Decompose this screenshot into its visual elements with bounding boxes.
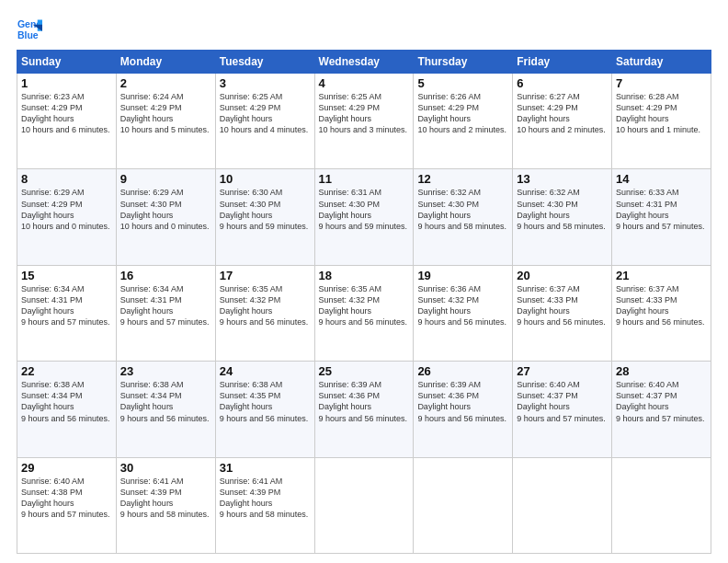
col-thursday: Thursday <box>414 51 513 74</box>
col-sunday: Sunday <box>17 51 117 74</box>
day-cell: 11 Sunrise: 6:31 AM Sunset: 4:30 PM Dayl… <box>314 169 414 265</box>
day-cell: 14 Sunrise: 6:33 AM Sunset: 4:31 PM Dayl… <box>612 169 711 265</box>
day-detail: Sunrise: 6:38 AM Sunset: 4:35 PM Dayligh… <box>220 379 311 424</box>
week-row-5: 29 Sunrise: 6:40 AM Sunset: 4:38 PM Dayl… <box>17 457 711 553</box>
col-monday: Monday <box>116 51 215 74</box>
header-row: Sunday Monday Tuesday Wednesday Thursday… <box>17 51 711 74</box>
day-number: 31 <box>220 461 311 475</box>
day-number: 9 <box>120 172 211 186</box>
day-number: 25 <box>319 364 410 378</box>
day-number: 26 <box>417 364 508 378</box>
day-detail: Sunrise: 6:38 AM Sunset: 4:34 PM Dayligh… <box>21 379 112 424</box>
day-cell: 16 Sunrise: 6:34 AM Sunset: 4:31 PM Dayl… <box>116 265 215 361</box>
day-detail: Sunrise: 6:34 AM Sunset: 4:31 PM Dayligh… <box>21 283 112 328</box>
day-detail: Sunrise: 6:37 AM Sunset: 4:33 PM Dayligh… <box>616 283 707 328</box>
day-number: 18 <box>319 269 410 282</box>
header: General Blue <box>17 17 711 42</box>
day-cell: 25 Sunrise: 6:39 AM Sunset: 4:36 PM Dayl… <box>314 362 414 457</box>
day-detail: Sunrise: 6:32 AM Sunset: 4:30 PM Dayligh… <box>517 187 608 232</box>
day-detail: Sunrise: 6:31 AM Sunset: 4:30 PM Dayligh… <box>319 187 410 232</box>
day-cell: 29 Sunrise: 6:40 AM Sunset: 4:38 PM Dayl… <box>17 457 117 553</box>
day-number: 7 <box>616 76 707 90</box>
day-detail: Sunrise: 6:39 AM Sunset: 4:36 PM Dayligh… <box>417 379 508 424</box>
day-detail: Sunrise: 6:34 AM Sunset: 4:31 PM Dayligh… <box>120 283 211 328</box>
day-number: 6 <box>517 76 608 90</box>
day-number: 4 <box>319 76 410 90</box>
col-friday: Friday <box>513 51 612 74</box>
day-cell: 15 Sunrise: 6:34 AM Sunset: 4:31 PM Dayl… <box>17 265 117 361</box>
day-detail: Sunrise: 6:25 AM Sunset: 4:29 PM Dayligh… <box>220 91 311 136</box>
day-cell: 18 Sunrise: 6:35 AM Sunset: 4:32 PM Dayl… <box>314 265 414 361</box>
day-cell: 5 Sunrise: 6:26 AM Sunset: 4:29 PM Dayli… <box>414 74 513 169</box>
day-number: 29 <box>21 461 112 475</box>
week-row-2: 8 Sunrise: 6:29 AM Sunset: 4:29 PM Dayli… <box>17 169 711 265</box>
day-number: 30 <box>120 461 211 475</box>
day-number: 8 <box>21 172 112 186</box>
day-cell: 24 Sunrise: 6:38 AM Sunset: 4:35 PM Dayl… <box>215 362 314 457</box>
col-saturday: Saturday <box>612 51 711 74</box>
day-cell: 27 Sunrise: 6:40 AM Sunset: 4:37 PM Dayl… <box>513 362 612 457</box>
day-cell <box>612 457 711 553</box>
day-number: 17 <box>220 269 311 282</box>
calendar-table: Sunday Monday Tuesday Wednesday Thursday… <box>17 50 711 554</box>
day-cell: 1 Sunrise: 6:23 AM Sunset: 4:29 PM Dayli… <box>17 74 117 169</box>
week-row-1: 1 Sunrise: 6:23 AM Sunset: 4:29 PM Dayli… <box>17 74 711 169</box>
day-cell: 22 Sunrise: 6:38 AM Sunset: 4:34 PM Dayl… <box>17 362 117 457</box>
day-cell: 12 Sunrise: 6:32 AM Sunset: 4:30 PM Dayl… <box>414 169 513 265</box>
day-number: 5 <box>417 76 508 90</box>
day-cell: 8 Sunrise: 6:29 AM Sunset: 4:29 PM Dayli… <box>17 169 117 265</box>
day-number: 2 <box>120 76 211 90</box>
day-number: 24 <box>220 364 311 378</box>
day-detail: Sunrise: 6:23 AM Sunset: 4:29 PM Dayligh… <box>21 91 112 136</box>
day-cell: 6 Sunrise: 6:27 AM Sunset: 4:29 PM Dayli… <box>513 74 612 169</box>
logo-icon: General Blue <box>17 17 42 42</box>
day-cell: 7 Sunrise: 6:28 AM Sunset: 4:29 PM Dayli… <box>612 74 711 169</box>
day-detail: Sunrise: 6:36 AM Sunset: 4:32 PM Dayligh… <box>417 283 508 328</box>
day-cell: 19 Sunrise: 6:36 AM Sunset: 4:32 PM Dayl… <box>414 265 513 361</box>
day-cell: 4 Sunrise: 6:25 AM Sunset: 4:29 PM Dayli… <box>314 74 414 169</box>
day-cell: 31 Sunrise: 6:41 AM Sunset: 4:39 PM Dayl… <box>215 457 314 553</box>
day-cell: 21 Sunrise: 6:37 AM Sunset: 4:33 PM Dayl… <box>612 265 711 361</box>
day-number: 16 <box>120 269 211 282</box>
day-detail: Sunrise: 6:40 AM Sunset: 4:37 PM Dayligh… <box>616 379 707 424</box>
day-detail: Sunrise: 6:24 AM Sunset: 4:29 PM Dayligh… <box>120 91 211 136</box>
day-detail: Sunrise: 6:27 AM Sunset: 4:29 PM Dayligh… <box>517 91 608 136</box>
day-number: 21 <box>616 269 707 282</box>
day-detail: Sunrise: 6:40 AM Sunset: 4:38 PM Dayligh… <box>21 476 112 521</box>
day-detail: Sunrise: 6:29 AM Sunset: 4:30 PM Dayligh… <box>120 187 211 232</box>
week-row-4: 22 Sunrise: 6:38 AM Sunset: 4:34 PM Dayl… <box>17 362 711 457</box>
day-number: 11 <box>319 172 410 186</box>
col-wednesday: Wednesday <box>314 51 414 74</box>
col-tuesday: Tuesday <box>215 51 314 74</box>
logo: General Blue <box>17 17 42 42</box>
day-cell <box>314 457 414 553</box>
day-detail: Sunrise: 6:29 AM Sunset: 4:29 PM Dayligh… <box>21 187 112 232</box>
day-number: 1 <box>21 76 112 90</box>
day-detail: Sunrise: 6:39 AM Sunset: 4:36 PM Dayligh… <box>319 379 410 424</box>
day-detail: Sunrise: 6:37 AM Sunset: 4:33 PM Dayligh… <box>517 283 608 328</box>
day-detail: Sunrise: 6:35 AM Sunset: 4:32 PM Dayligh… <box>319 283 410 328</box>
day-cell: 30 Sunrise: 6:41 AM Sunset: 4:39 PM Dayl… <box>116 457 215 553</box>
day-detail: Sunrise: 6:33 AM Sunset: 4:31 PM Dayligh… <box>616 187 707 232</box>
day-detail: Sunrise: 6:38 AM Sunset: 4:34 PM Dayligh… <box>120 379 211 424</box>
day-detail: Sunrise: 6:35 AM Sunset: 4:32 PM Dayligh… <box>220 283 311 328</box>
day-detail: Sunrise: 6:26 AM Sunset: 4:29 PM Dayligh… <box>417 91 508 136</box>
day-cell: 23 Sunrise: 6:38 AM Sunset: 4:34 PM Dayl… <box>116 362 215 457</box>
day-detail: Sunrise: 6:30 AM Sunset: 4:30 PM Dayligh… <box>220 187 311 232</box>
day-number: 12 <box>417 172 508 186</box>
day-cell: 13 Sunrise: 6:32 AM Sunset: 4:30 PM Dayl… <box>513 169 612 265</box>
day-number: 13 <box>517 172 608 186</box>
day-number: 15 <box>21 269 112 282</box>
day-cell: 10 Sunrise: 6:30 AM Sunset: 4:30 PM Dayl… <box>215 169 314 265</box>
day-number: 28 <box>616 364 707 378</box>
day-detail: Sunrise: 6:41 AM Sunset: 4:39 PM Dayligh… <box>220 476 311 521</box>
svg-text:Blue: Blue <box>17 29 39 40</box>
day-number: 19 <box>417 269 508 282</box>
day-detail: Sunrise: 6:28 AM Sunset: 4:29 PM Dayligh… <box>616 91 707 136</box>
day-detail: Sunrise: 6:32 AM Sunset: 4:30 PM Dayligh… <box>417 187 508 232</box>
day-number: 27 <box>517 364 608 378</box>
day-detail: Sunrise: 6:40 AM Sunset: 4:37 PM Dayligh… <box>517 379 608 424</box>
day-number: 22 <box>21 364 112 378</box>
day-cell <box>414 457 513 553</box>
day-number: 3 <box>220 76 311 90</box>
